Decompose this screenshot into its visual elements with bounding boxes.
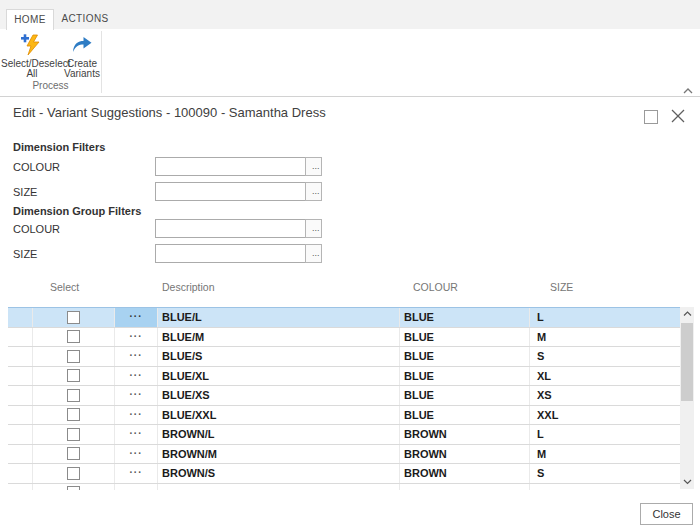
row-size: XXL [530, 406, 680, 425]
row-menu-button[interactable]: ··· [115, 425, 158, 444]
table-row[interactable]: ··· BLUE/XXL BLUE XXL [8, 406, 680, 426]
colour-group-filter-assist-button[interactable]: ... [305, 219, 322, 238]
create-variants-button[interactable]: Create Variants [63, 33, 101, 79]
select-checkbox[interactable] [67, 408, 80, 421]
row-size: L [530, 425, 680, 444]
select-checkbox[interactable] [67, 447, 80, 460]
table-row[interactable]: ··· BLUE/M BLUE M [8, 328, 680, 348]
row-description: BROWN/L [158, 425, 400, 444]
size-group-filter-assist-button[interactable]: ... [305, 244, 322, 263]
table-row[interactable]: ··· BLUE/S BLUE S [8, 347, 680, 367]
select-checkbox[interactable] [67, 389, 80, 402]
size-group-filter-input[interactable] [155, 244, 307, 263]
dimension-group-filters-title: Dimension Group Filters [13, 205, 141, 217]
select-checkbox[interactable] [67, 467, 80, 480]
table-row[interactable] [8, 484, 680, 491]
row-description: BLUE/M [158, 328, 400, 347]
size-filter-assist-button[interactable]: ... [305, 182, 322, 201]
maximize-icon[interactable] [644, 110, 658, 124]
select-deselect-all-button[interactable]: Select/Deselect All [1, 33, 63, 79]
row-description [158, 484, 400, 491]
select-checkbox[interactable] [67, 350, 80, 363]
table-row[interactable]: ··· BROWN/S BROWN S [8, 464, 680, 484]
ribbon-collapse-icon[interactable] [682, 82, 694, 92]
colour-group-filter-input[interactable] [155, 219, 307, 238]
select-checkbox[interactable] [67, 428, 80, 441]
row-colour: BLUE [400, 308, 530, 327]
row-menu-button[interactable]: ··· [115, 367, 158, 386]
select-checkbox[interactable] [67, 369, 80, 382]
row-size: M [530, 445, 680, 464]
tab-actions[interactable]: ACTIONS [56, 9, 114, 29]
select-checkbox-cell [33, 464, 115, 483]
colour-filter-label: COLOUR [13, 161, 60, 173]
row-menu-button[interactable] [115, 484, 158, 491]
row-colour: BROWN [400, 464, 530, 483]
row-colour: BROWN [400, 425, 530, 444]
table-row[interactable]: ··· BLUE/L BLUE L [8, 308, 680, 328]
select-checkbox-cell [33, 425, 115, 444]
button-label-line2: All [1, 69, 63, 79]
row-menu-button[interactable]: ··· [115, 328, 158, 347]
row-selector-cell[interactable] [8, 367, 33, 386]
row-selector-cell[interactable] [8, 386, 33, 405]
row-colour: BROWN [400, 445, 530, 464]
table-row[interactable]: ··· BROWN/L BROWN L [8, 425, 680, 445]
select-checkbox-cell [33, 445, 115, 464]
row-selector-cell[interactable] [8, 328, 33, 347]
row-menu-button[interactable]: ··· [115, 347, 158, 366]
colour-group-filter-label: COLOUR [13, 223, 60, 235]
row-menu-button[interactable]: ··· [115, 308, 158, 327]
table-scrollbar[interactable] [680, 307, 694, 489]
row-selector-cell[interactable] [8, 484, 33, 491]
select-checkbox[interactable] [67, 486, 80, 490]
row-description: BROWN/M [158, 445, 400, 464]
table-row[interactable]: ··· BROWN/M BROWN M [8, 445, 680, 465]
table-row[interactable]: ··· BLUE/XS BLUE XS [8, 386, 680, 406]
column-header-size[interactable]: SIZE [550, 281, 573, 293]
select-checkbox[interactable] [67, 311, 80, 324]
row-selector-cell[interactable] [8, 347, 33, 366]
scrollbar-thumb[interactable] [681, 323, 693, 401]
row-size: XL [530, 367, 680, 386]
size-group-filter-label: SIZE [13, 248, 37, 260]
row-size: S [530, 347, 680, 366]
column-header-colour[interactable]: COLOUR [413, 281, 458, 293]
colour-filter-input[interactable] [155, 157, 307, 176]
close-button[interactable]: Close [640, 503, 693, 525]
row-menu-button[interactable]: ··· [115, 445, 158, 464]
scroll-up-icon[interactable] [680, 307, 694, 321]
row-menu-button[interactable]: ··· [115, 406, 158, 425]
column-header-select[interactable]: Select [50, 281, 79, 293]
row-description: BLUE/XL [158, 367, 400, 386]
row-selector-cell[interactable] [8, 406, 33, 425]
ribbon-group-divider [101, 31, 102, 93]
ribbon-group-label: Process [0, 80, 101, 91]
select-checkbox[interactable] [67, 330, 80, 343]
row-menu-button[interactable]: ··· [115, 464, 158, 483]
row-description: BLUE/L [158, 308, 400, 327]
row-colour: BLUE [400, 347, 530, 366]
row-selector-cell[interactable] [8, 425, 33, 444]
tab-home[interactable]: HOME [6, 9, 54, 30]
select-checkbox-cell [33, 386, 115, 405]
variant-table-body: ··· BLUE/L BLUE L ··· BLUE/M BLUE M ··· … [8, 307, 680, 490]
table-row[interactable]: ··· BLUE/XL BLUE XL [8, 367, 680, 387]
dimension-filters-title: Dimension Filters [13, 141, 105, 153]
scroll-down-icon[interactable] [680, 475, 694, 489]
row-selector-cell[interactable] [8, 308, 33, 327]
colour-filter-assist-button[interactable]: ... [305, 157, 322, 176]
row-description: BLUE/XS [158, 386, 400, 405]
row-selector-cell[interactable] [8, 445, 33, 464]
close-icon[interactable] [669, 107, 687, 125]
row-menu-button[interactable]: ··· [115, 386, 158, 405]
button-label-line2: Variants [63, 69, 101, 79]
column-header-description[interactable]: Description [162, 281, 215, 293]
row-selector-cell[interactable] [8, 464, 33, 483]
row-description: BLUE/XXL [158, 406, 400, 425]
row-description: BLUE/S [158, 347, 400, 366]
select-checkbox-cell [33, 406, 115, 425]
size-filter-input[interactable] [155, 182, 307, 201]
row-size: L [530, 308, 680, 327]
select-checkbox-cell [33, 328, 115, 347]
